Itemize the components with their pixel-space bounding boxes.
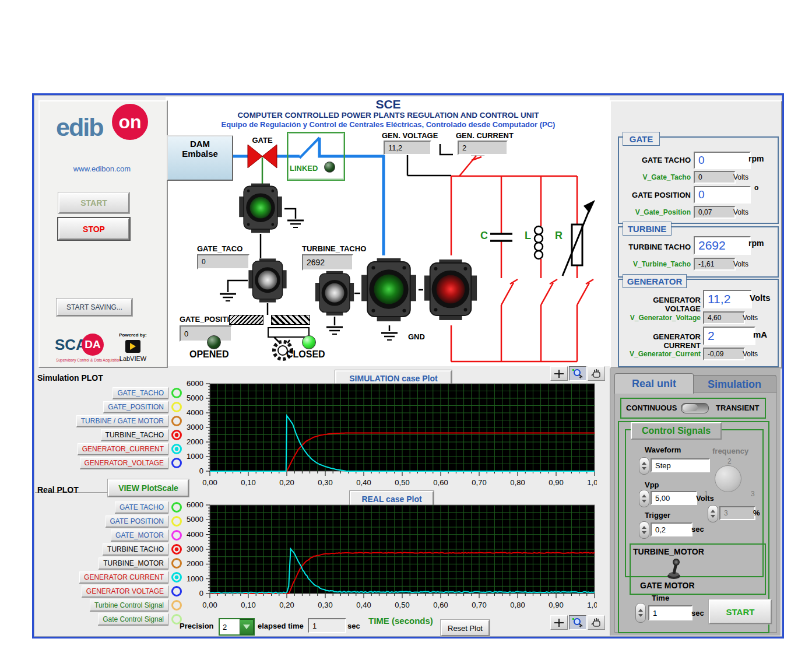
waveform-field[interactable]: Step	[651, 458, 710, 472]
v-gate-position-display: 0,07	[694, 206, 736, 219]
svg-text:0,40: 0,40	[356, 601, 371, 609]
legend-button[interactable]: GATE_POSITION	[103, 401, 168, 413]
legend-button[interactable]: GATE POSITION	[106, 515, 168, 527]
turbine-motor-toggle[interactable]	[663, 556, 684, 580]
view-plotscale-button[interactable]: VIEW PlotScale	[108, 479, 189, 497]
turbine-tacho-motor-icon	[314, 270, 356, 317]
transient-label: TRANSIENT	[716, 404, 759, 412]
legend-button[interactable]: TURBINE_MOTOR	[99, 557, 168, 569]
v-gate-position-label: V_Gate_Position	[624, 208, 691, 216]
generator-current-field[interactable]: 2	[703, 327, 755, 345]
gate-tacho-field[interactable]: 0	[694, 152, 751, 169]
scada-logo-da: DA	[82, 334, 104, 356]
legend-button[interactable]: GENERATOR_VOLTAGE	[80, 457, 168, 469]
legend-button[interactable]: Gate Control Signal	[98, 613, 168, 625]
plot-color-ring-icon[interactable]	[171, 458, 182, 468]
generator-motor-icon	[422, 254, 479, 325]
svg-text:0,50: 0,50	[395, 601, 409, 609]
turbine-tacho-field[interactable]: 2692	[694, 236, 751, 255]
waveform-stepper[interactable]	[639, 457, 649, 475]
legend-button[interactable]: GATE_TACHO	[113, 387, 168, 399]
gate-motor-start-button[interactable]: START	[709, 599, 772, 624]
plot-color-ring-icon[interactable]	[171, 600, 182, 611]
time-unit: sec	[691, 609, 704, 618]
v-gate-tacho-display: 0	[694, 171, 736, 184]
svg-text:0,80: 0,80	[510, 478, 525, 487]
gate-motor-icon	[235, 183, 286, 234]
turbine-tacho-unit: rpm	[748, 238, 764, 248]
zoom-tool-icon[interactable]	[569, 615, 586, 630]
plot-color-ring-icon[interactable]	[171, 516, 182, 527]
pan-tool-icon[interactable]	[588, 615, 605, 630]
stop-button[interactable]: STOP	[58, 218, 129, 240]
legend-button[interactable]: GENERATOR_CURRENT	[78, 443, 168, 455]
plot-color-ring-icon[interactable]	[171, 430, 182, 440]
legend-button[interactable]: GATE TACHO	[115, 501, 168, 513]
plot-color-ring-icon[interactable]	[171, 444, 182, 454]
plot-color-ring-icon[interactable]	[171, 416, 182, 426]
generator-voltage-field[interactable]: 11,2	[703, 290, 752, 308]
dam-box: DAM Embalse	[167, 135, 233, 181]
frequency-field[interactable]: 3	[719, 506, 755, 520]
gate-lever	[268, 328, 309, 337]
vpp-stepper[interactable]	[639, 490, 649, 507]
svg-text:0,40: 0,40	[356, 478, 371, 487]
edibon-logo: edib on	[56, 107, 149, 146]
trigger-label: Trigger	[645, 511, 670, 520]
legend-item: TURBINE / GATE MOTOR	[35, 414, 182, 428]
legend-item: Gate Control Signal	[35, 612, 182, 626]
legend-button[interactable]: TURBINE TACHO	[103, 543, 168, 555]
plot-color-ring-icon[interactable]	[171, 572, 182, 583]
legend-button[interactable]: GENERATOR CURRENT	[79, 571, 168, 583]
svg-text:1,00: 1,00	[587, 478, 597, 487]
plot-color-ring-icon[interactable]	[171, 402, 182, 412]
plot-color-ring-icon[interactable]	[171, 544, 182, 555]
generator-current-unit: mA	[753, 329, 767, 339]
time-axis-label: TIME (seconds)	[368, 616, 433, 626]
plot-color-ring-icon[interactable]	[171, 530, 182, 541]
vpp-field[interactable]: 5,00	[651, 491, 697, 505]
svg-text:6000: 6000	[187, 379, 203, 388]
svg-text:0: 0	[199, 589, 203, 598]
legend-button[interactable]: TURBINE / GATE MOTOR	[76, 415, 168, 427]
dropdown-arrow-icon[interactable]	[240, 619, 254, 634]
legend-button[interactable]: GENERATOR VOLTAGE	[82, 585, 168, 597]
tab-real-unit[interactable]: Real unit	[614, 373, 694, 394]
reset-plot-button[interactable]: Reset Plot	[441, 620, 490, 636]
legend-button[interactable]: GATE_MOTOR	[111, 529, 168, 541]
cursor-tool-icon[interactable]	[550, 615, 568, 630]
time-stepper[interactable]	[635, 603, 646, 623]
plot-color-ring-icon[interactable]	[171, 502, 182, 513]
start-saving-button[interactable]: START SAVING...	[57, 299, 132, 316]
legend-item: GATE_MOTOR	[35, 528, 182, 542]
linked-led	[324, 162, 335, 173]
gate-position-field[interactable]: 0	[694, 186, 751, 204]
turbine-tacho-label: TURBINE_TACHO	[302, 244, 366, 253]
gen-current-display: 2	[458, 141, 508, 155]
closed-led	[302, 335, 316, 349]
real-chart[interactable]: 0,000,100,200,300,400,500,600,700,800,90…	[182, 500, 597, 617]
mode-toggle[interactable]	[681, 403, 709, 413]
start-button[interactable]: START	[58, 192, 129, 213]
tab-simulation[interactable]: Simulation	[693, 375, 776, 394]
trigger-field[interactable]: 0,2	[651, 522, 693, 536]
precision-dropdown[interactable]: 2	[219, 618, 255, 636]
gnd-label: GND	[408, 332, 425, 341]
gen-voltage-display: 11,2	[384, 141, 431, 155]
legend-button[interactable]: TURBINE_TACHO	[101, 429, 168, 441]
simulation-chart[interactable]: 0,000,100,200,300,400,500,600,700,800,90…	[182, 379, 597, 491]
svg-text:0,60: 0,60	[433, 601, 448, 609]
svg-text:4000: 4000	[187, 530, 203, 539]
trigger-stepper[interactable]	[639, 521, 649, 539]
waveform-label: Waveform	[645, 445, 681, 454]
frequency-stepper[interactable]	[708, 505, 718, 522]
frequency-knob[interactable]	[715, 465, 741, 492]
plot-color-ring-icon[interactable]	[171, 586, 182, 597]
gate-position-unit: o	[754, 184, 758, 192]
plot-color-ring-icon[interactable]	[171, 558, 182, 569]
legend-button[interactable]: Turbine Control Signal	[90, 599, 168, 611]
real-graph-palette	[550, 615, 605, 630]
time-field[interactable]: 1	[648, 605, 693, 620]
precision-value: 2	[220, 619, 240, 634]
plot-color-ring-icon[interactable]	[171, 388, 182, 398]
